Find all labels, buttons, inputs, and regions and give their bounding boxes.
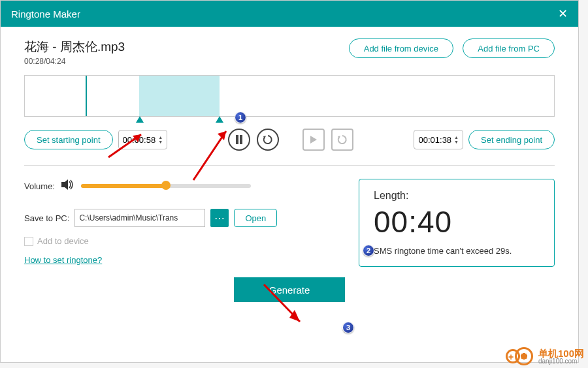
annotation-badge-2: 2 <box>363 245 374 256</box>
svg-marker-11 <box>289 310 300 322</box>
volume-thumb[interactable] <box>161 181 171 190</box>
volume-label: Volume: <box>24 181 55 191</box>
close-icon[interactable]: ✕ <box>558 7 568 21</box>
selection-region[interactable] <box>139 76 220 116</box>
save-label: Save to PC: <box>24 213 69 223</box>
titlebar: Ringtone Maker ✕ <box>1 1 578 27</box>
filename-label: 花海 - 周杰伦.mp3 <box>24 38 125 55</box>
volume-fill <box>81 184 166 188</box>
svg-rect-1 <box>240 135 242 144</box>
svg-rect-0 <box>236 135 238 144</box>
end-time-value: 00:01:38 <box>418 135 451 145</box>
svg-marker-5 <box>61 179 68 190</box>
file-info: 花海 - 周杰伦.mp3 00:28/04:24 <box>24 38 125 66</box>
add-file-device-button[interactable]: Add file from device <box>349 38 453 58</box>
end-time-input[interactable]: 00:01:38 ▲▼ <box>414 130 463 149</box>
watermark: + 单机100网 danji100.com <box>506 347 584 365</box>
volume-slider[interactable] <box>81 184 251 188</box>
add-device-label: Add to device <box>37 236 89 246</box>
add-file-pc-button[interactable]: Add file from PC <box>463 38 555 58</box>
browse-button[interactable]: ⋯ <box>210 209 229 227</box>
end-time-spinner[interactable]: ▲▼ <box>454 135 459 144</box>
generate-button[interactable]: Generate <box>234 277 345 302</box>
length-label: Length: <box>374 190 540 202</box>
divider <box>24 165 555 166</box>
watermark-text-cn: 单机100网 <box>538 348 584 358</box>
svg-marker-3 <box>310 136 317 144</box>
set-start-button[interactable]: Set starting point <box>24 130 113 149</box>
save-path-input[interactable] <box>74 209 205 227</box>
start-time-value: 00:00:58 <box>123 135 156 145</box>
file-position-label: 00:28/04:24 <box>24 57 125 66</box>
waveform-track[interactable] <box>24 75 555 117</box>
add-device-checkbox[interactable] <box>24 237 33 246</box>
watermark-logo-icon: + <box>506 347 534 365</box>
help-link[interactable]: How to set ringtone? <box>24 255 102 265</box>
replay-icon[interactable] <box>257 129 279 151</box>
start-time-spinner[interactable]: ▲▼ <box>158 135 163 144</box>
annotation-badge-1: 1 <box>235 112 246 123</box>
end-handle[interactable] <box>216 116 223 123</box>
window-title: Ringtone Maker <box>11 8 80 20</box>
start-time-input[interactable]: 00:00:58 ▲▼ <box>118 130 168 149</box>
replay-preview-icon[interactable] <box>331 129 353 151</box>
volume-icon <box>61 179 74 193</box>
length-panel: Length: 00:40 SMS ringtone time can't ex… <box>359 179 555 267</box>
set-end-button[interactable]: Set ending point <box>468 130 555 149</box>
length-value: 00:40 <box>374 204 540 239</box>
pause-icon[interactable] <box>228 129 250 151</box>
watermark-text-en: danji100.com <box>538 358 584 365</box>
start-handle[interactable] <box>136 116 144 123</box>
playhead <box>86 76 87 116</box>
open-button[interactable]: Open <box>234 209 277 227</box>
length-hint: SMS ringtone time can't exceed 29s. <box>374 246 540 256</box>
play-preview-icon[interactable] <box>302 129 325 151</box>
annotation-badge-3: 3 <box>342 322 354 333</box>
